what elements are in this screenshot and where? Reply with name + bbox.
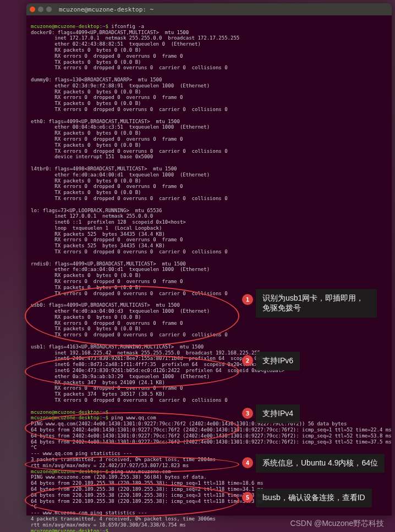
out-eth0: eth0: flags=4099<UP,BROADCAST,MULTICAST>… [31, 119, 180, 124]
out-lo: lo: flags=73<UP,LOOPBACK,RUNNING> mtu 65… [31, 208, 162, 213]
annotation-circle-1 [25, 286, 239, 346]
badge-5: 5 [242, 492, 253, 503]
badge-1: 1 [242, 294, 253, 305]
window-title: mcuzone@mcuzone-desktop: ~ [59, 6, 153, 13]
callout-3: 支持IPv4 [256, 404, 300, 423]
prompt: mcuzone@mcuzone-desktop:~$ [31, 24, 108, 29]
callout-5: lsusb，确认设备连接，查看ID [256, 489, 372, 507]
maximize-icon[interactable] [46, 7, 52, 12]
prompt: mcuzone@mcuzone-desktop:~$ [31, 528, 108, 532]
badge-3: 3 [242, 408, 253, 419]
callout-1: 识别为usb1网卡，即插即用，免驱免拨号 [256, 289, 377, 318]
annotation-circle-4 [25, 456, 239, 473]
out-docker0: docker0: flags=4099<UP,BROADCAST,MULTICA… [31, 30, 189, 35]
titlebar[interactable]: mcuzone@mcuzone-desktop: ~ [26, 3, 392, 15]
out-rndis0: rndis0: flags=4099<UP,BROADCAST,MULTICAS… [31, 261, 186, 267]
watermark: CSDN @Mcuzone野芯科技 [290, 519, 384, 529]
close-icon[interactable] [30, 7, 35, 12]
cmd-ifconfig: ifconfig -a [111, 24, 144, 29]
callout-2: 支持IPv6 [256, 352, 300, 370]
badge-4: 4 [242, 457, 253, 468]
badge-2: 2 [242, 355, 253, 366]
out-ping-mcu: PING www.mcuzone.com (220.189.255.38) 56… [31, 474, 207, 480]
annotation-circle-2 [25, 355, 239, 388]
minimize-icon[interactable] [38, 7, 43, 12]
callout-4: 系统信息，Ubuntu 4.9内核，64位 [256, 454, 385, 473]
out-l4tbr0: l4tbr0: flags=4098<BROADCAST,MULTICAST> … [31, 166, 177, 171]
out-dummy0: dummy0: flags=130<BROADCAST,NOARP> mtu 1… [31, 77, 162, 82]
annotation-circle-3 [25, 412, 239, 444]
annotation-circle-5 [25, 484, 239, 517]
